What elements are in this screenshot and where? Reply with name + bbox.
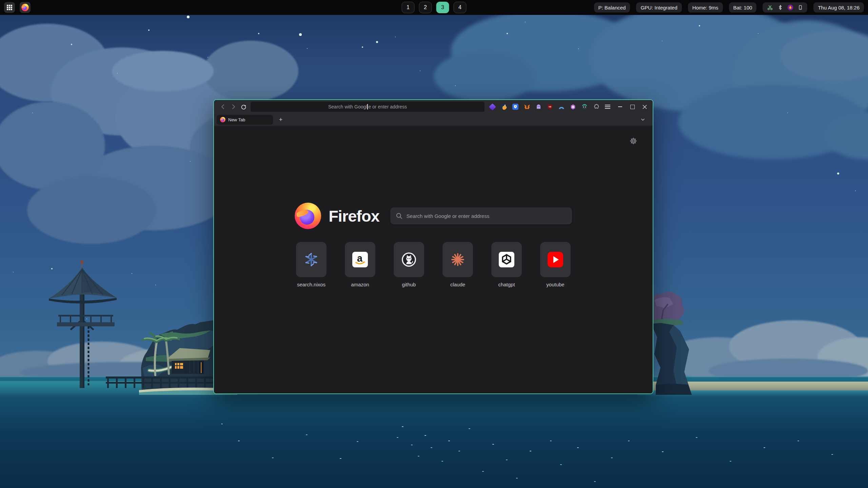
gpu-module[interactable]: GPU: Integrated (636, 2, 682, 13)
extension-avatar[interactable] (580, 102, 589, 111)
firefox-wordmark: Firefox (329, 207, 379, 225)
page-search-input[interactable]: Search with Google or enter address (390, 207, 572, 224)
extension-ublock[interactable]: UD (546, 102, 554, 111)
purple-diamond-icon (489, 103, 496, 110)
workspace-2[interactable]: 2 (419, 2, 432, 13)
openai-knot-icon (499, 252, 514, 267)
ublock-shield-icon: UD (547, 104, 553, 110)
tile (394, 242, 424, 277)
metamask-fox-icon (524, 104, 530, 110)
cloud (203, 41, 298, 102)
apps-grid-icon (7, 5, 12, 10)
url-placeholder-right: e or enter address (368, 104, 407, 109)
workspace-switcher: 1 2 3 4 (402, 2, 467, 13)
island-watchtower-scene (20, 256, 237, 395)
scissors-icon[interactable] (767, 4, 773, 11)
top-status-bar: 1 2 3 4 P: Balanced GPU: Integrated Home… (0, 0, 868, 15)
puzzle-icon (593, 104, 599, 110)
new-tab-button[interactable]: + (276, 115, 285, 124)
firefox-logo (295, 203, 321, 229)
ping-label: Home: 9ms (692, 5, 718, 11)
shortcut-youtube[interactable]: youtube (540, 242, 571, 287)
app-menu-button[interactable] (603, 102, 612, 111)
apps-launcher-button[interactable] (4, 2, 15, 13)
extension-ghostery[interactable] (534, 102, 543, 111)
system-tray (763, 2, 807, 13)
shortcut-github[interactable]: github (394, 242, 424, 287)
youtube-play-icon (548, 252, 563, 267)
tile-label: amazon (351, 282, 369, 287)
page-search-placeholder: Search with Google or enter address (407, 213, 489, 219)
personalize-button[interactable] (629, 137, 638, 145)
maximize-button[interactable] (628, 103, 636, 111)
battery-label: Bat: 100 (733, 5, 752, 11)
tile (442, 242, 473, 277)
amazon-letter: a (357, 253, 363, 264)
power-profile-label: P: Balanced (598, 5, 626, 11)
cloud (27, 176, 156, 244)
dark-moon-icon (501, 104, 507, 110)
cloud (434, 51, 536, 102)
power-profile-module[interactable]: P: Balanced (594, 2, 630, 13)
bluetooth-icon[interactable] (777, 4, 783, 11)
extension-dark-moon[interactable] (499, 102, 508, 111)
claude-starburst-icon (450, 252, 466, 267)
gear-icon (629, 137, 637, 145)
window-controls (616, 103, 649, 111)
extensions-menu-button[interactable] (592, 102, 600, 111)
text-caret (367, 104, 368, 109)
shortcut-chatgpt[interactable]: chatgpt (491, 242, 522, 287)
close-button[interactable] (640, 103, 649, 111)
forward-button[interactable] (228, 102, 238, 111)
list-all-tabs-button[interactable] (638, 115, 647, 124)
extension-bitwarden[interactable] (511, 102, 520, 111)
cliff-island-scene (641, 286, 763, 395)
firefox-hero: Firefox Search with Google or enter addr… (295, 203, 572, 229)
firefox-favicon (220, 117, 225, 122)
tab-title: New Tab (228, 117, 245, 122)
extension-buttons: UD (488, 102, 612, 111)
url-placeholder-left: Search with Googl (328, 104, 367, 109)
ublock-badge-text: UD (549, 106, 551, 108)
ping-module[interactable]: Home: 9ms (688, 2, 723, 13)
firefox-window: Search with Google or enter address (213, 99, 653, 394)
new-tab-page: Firefox Search with Google or enter addr… (214, 126, 653, 393)
reload-button[interactable] (238, 102, 249, 111)
amazon-icon: a (352, 252, 368, 267)
tile-label: search.nixos (297, 282, 326, 287)
shortcut-search-nixos[interactable]: search.nixos (296, 242, 327, 287)
extension-vpn[interactable] (557, 102, 566, 111)
tile (296, 242, 327, 277)
url-bar[interactable]: Search with Google or enter address (251, 102, 485, 112)
tile (540, 242, 571, 277)
workspace-4[interactable]: 4 (454, 2, 467, 13)
github-octocat-icon (401, 252, 417, 267)
tab-bar: New Tab + (214, 114, 653, 126)
ghost-icon (536, 104, 541, 110)
shortcut-claude[interactable]: claude (442, 242, 473, 287)
workspace-3-active[interactable]: 3 (436, 2, 449, 13)
firefox-launcher-button[interactable] (20, 2, 31, 13)
minimize-button[interactable] (616, 103, 624, 111)
flameshot-icon[interactable] (787, 4, 793, 11)
battery-module[interactable]: Bat: 100 (729, 2, 757, 13)
extension-purple-diamond[interactable] (488, 102, 497, 111)
close-icon (643, 105, 647, 109)
navigation-toolbar: Search with Google or enter address (214, 100, 653, 114)
search-icon (396, 212, 402, 219)
tile-label: chatgpt (498, 282, 515, 287)
phone-icon[interactable] (798, 4, 803, 11)
tile-label: claude (450, 282, 465, 287)
back-button[interactable] (218, 102, 228, 111)
extension-hex-asterisk[interactable] (569, 102, 577, 111)
clock-module[interactable]: Thu Aug 08, 18:26 (813, 2, 864, 13)
gpu-label: GPU: Integrated (640, 5, 677, 11)
shortcut-amazon[interactable]: a amazon (345, 242, 375, 287)
tile-label: github (402, 282, 416, 287)
workspace-1[interactable]: 1 (402, 2, 415, 13)
goggle-face-icon (581, 104, 588, 110)
tile-label: youtube (546, 282, 564, 287)
hex-asterisk-icon (570, 104, 576, 110)
extension-metamask[interactable] (522, 102, 531, 111)
tab-new-tab[interactable]: New Tab (217, 115, 273, 125)
